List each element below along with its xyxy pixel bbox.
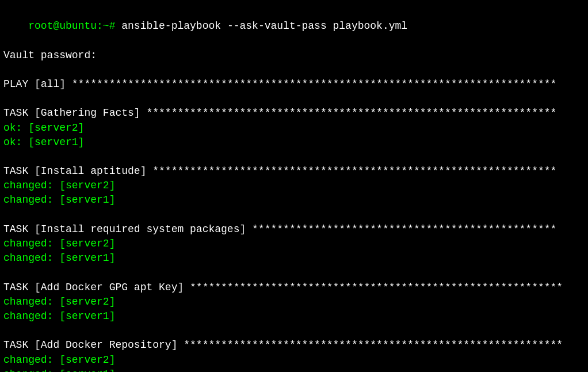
changed-server2-gpg: changed: [server2]: [3, 295, 585, 309]
prompt: root@ubuntu:~#: [28, 20, 121, 32]
blank-line-4: [3, 208, 585, 222]
task-gathering-facts: TASK [Gathering Facts] *****************…: [3, 106, 585, 120]
changed-server1-aptitude: changed: [server1]: [3, 193, 585, 207]
changed-server1-repo: changed: [server1]: [3, 367, 585, 372]
blank-line-2: [3, 92, 585, 106]
changed-server1-packages: changed: [server1]: [3, 251, 585, 265]
blank-line-3: [3, 150, 585, 164]
terminal-window: root@ubuntu:~# ansible-playbook --ask-va…: [0, 0, 588, 372]
command-line: root@ubuntu:~# ansible-playbook --ask-va…: [3, 5, 585, 48]
blank-line-6: [3, 324, 585, 338]
ok-server1-gathering: ok: [server1]: [3, 135, 585, 150]
changed-server2-repo: changed: [server2]: [3, 353, 585, 367]
changed-server2-packages: changed: [server2]: [3, 237, 585, 251]
changed-server1-gpg: changed: [server1]: [3, 309, 585, 324]
task-install-packages: TASK [Install required system packages] …: [3, 222, 585, 237]
play-line: PLAY [all] *****************************…: [3, 77, 585, 92]
ok-server2-gathering: ok: [server2]: [3, 121, 585, 135]
vault-password-line: Vault password:: [3, 48, 585, 63]
task-install-aptitude: TASK [Install aptitude] ****************…: [3, 164, 585, 179]
command-text: ansible-playbook --ask-vault-pass playbo…: [121, 20, 407, 32]
blank-line-5: [3, 265, 585, 280]
task-docker-repo: TASK [Add Docker Repository] ***********…: [3, 338, 585, 352]
task-docker-gpg: TASK [Add Docker GPG apt Key] **********…: [3, 280, 585, 295]
blank-line-1: [3, 63, 585, 77]
changed-server2-aptitude: changed: [server2]: [3, 179, 585, 193]
